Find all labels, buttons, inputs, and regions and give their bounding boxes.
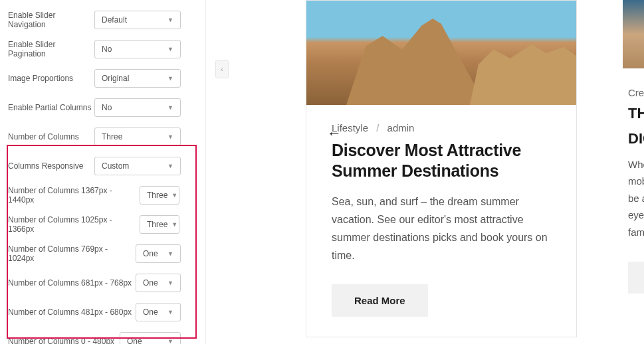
read-more-button[interactable] bbox=[628, 262, 644, 294]
select-cols-1025-1366[interactable]: Three ▼ bbox=[140, 215, 179, 234]
chevron-down-icon: ▼ bbox=[167, 133, 173, 140]
chevron-down-icon: ▼ bbox=[171, 192, 177, 199]
setting-row-cols-769-1024: Number of Columns 769px - 1024px One ▼ bbox=[8, 244, 197, 263]
meta-separator: / bbox=[376, 122, 379, 133]
post-card-1: Lifestyle / admin Discover Most Attracti… bbox=[306, 0, 577, 337]
setting-row-columns-responsive: Columns Responsive Custom ▼ bbox=[8, 157, 197, 175]
label-partial-columns: Enable Partial Columns bbox=[8, 103, 94, 112]
post-title[interactable]: Discover Most Attractive Summer Destinat… bbox=[332, 140, 551, 182]
read-more-button[interactable]: Read More bbox=[332, 284, 428, 317]
chevron-down-icon: ▼ bbox=[167, 17, 173, 23]
select-cols-1367-1440[interactable]: Three ▼ bbox=[140, 186, 179, 205]
post-category-link[interactable]: Crea bbox=[628, 87, 644, 98]
post-title-line: THE bbox=[628, 105, 644, 122]
select-partial-columns[interactable]: No ▼ bbox=[94, 98, 181, 117]
select-value: One bbox=[143, 249, 158, 258]
slider-prev-button[interactable]: ← bbox=[327, 125, 342, 142]
select-value: One bbox=[143, 278, 158, 288]
setting-row-slider-navigation: Enable Slider Navigation Default ▼ bbox=[8, 11, 197, 29]
setting-row-slider-pagination: Enable Slider Pagination No ▼ bbox=[8, 40, 197, 58]
post-excerpt-line: be a bbox=[628, 190, 644, 207]
chevron-down-icon: ▼ bbox=[167, 338, 173, 344]
select-value: One bbox=[143, 307, 158, 317]
chevron-down-icon: ▼ bbox=[171, 221, 177, 228]
select-image-proportions[interactable]: Original ▼ bbox=[94, 69, 181, 88]
label-cols-681-768: Number of Columns 681px - 768px bbox=[8, 278, 136, 288]
select-cols-769-1024[interactable]: One ▼ bbox=[136, 244, 181, 263]
select-value: Original bbox=[102, 74, 129, 83]
post-author-link[interactable]: admin bbox=[387, 122, 415, 133]
post-card-2-image bbox=[623, 0, 644, 68]
setting-row-cols-681-768: Number of Columns 681px - 768px One ▼ bbox=[8, 274, 197, 292]
post-excerpt-line: mob bbox=[628, 173, 644, 190]
setting-row-image-proportions: Image Proportions Original ▼ bbox=[8, 69, 197, 88]
chevron-down-icon: ▼ bbox=[167, 104, 173, 111]
select-value: One bbox=[127, 337, 142, 344]
select-value: Three bbox=[147, 220, 167, 229]
label-cols-769-1024: Number of Columns 769px - 1024px bbox=[8, 244, 136, 263]
select-value: No bbox=[102, 44, 112, 54]
chevron-left-icon: ‹ bbox=[221, 66, 223, 73]
label-cols-481-680: Number of Columns 481px - 680px bbox=[8, 307, 136, 317]
setting-row-cols-481-680: Number of Columns 481px - 680px One ▼ bbox=[8, 303, 197, 321]
select-value: Custom bbox=[102, 161, 129, 171]
setting-row-cols-1367-1440: Number of Columns 1367px - 1440px Three … bbox=[8, 186, 197, 205]
chevron-down-icon: ▼ bbox=[167, 280, 173, 286]
arrow-left-icon: ← bbox=[327, 125, 342, 141]
select-slider-pagination[interactable]: No ▼ bbox=[94, 40, 181, 58]
chevron-down-icon: ▼ bbox=[167, 163, 173, 169]
chevron-down-icon: ▼ bbox=[167, 46, 173, 52]
select-value: Three bbox=[147, 191, 167, 200]
preview-area: ← Lifestyle / admin Discover Most Attrac… bbox=[306, 0, 644, 344]
label-number-of-columns: Number of Columns bbox=[8, 132, 94, 141]
label-cols-1025-1366: Number of Columns 1025px - 1366px bbox=[8, 215, 140, 234]
post-card-1-image bbox=[306, 1, 576, 105]
setting-row-number-of-columns: Number of Columns Three ▼ bbox=[8, 128, 197, 146]
collapse-sidebar-button[interactable]: ‹ bbox=[215, 60, 229, 78]
settings-sidebar: Enable Slider Navigation Default ▼ Enabl… bbox=[0, 0, 206, 344]
select-value: Three bbox=[102, 132, 122, 141]
post-excerpt-line: fam bbox=[628, 224, 644, 241]
post-card-2-body: Crea THE DIG Whe mob be a eye fam bbox=[623, 68, 644, 294]
setting-row-cols-1025-1366: Number of Columns 1025px - 1366px Three … bbox=[8, 215, 197, 234]
post-excerpt: Sea, sun, and surf – the dream summer va… bbox=[332, 193, 551, 265]
post-card-2: Crea THE DIG Whe mob be a eye fam bbox=[623, 0, 644, 332]
post-excerpt-line: Whe bbox=[628, 156, 644, 173]
select-value: No bbox=[102, 103, 112, 112]
post-meta: Lifestyle / admin bbox=[332, 122, 551, 133]
label-slider-pagination: Enable Slider Pagination bbox=[8, 40, 94, 58]
setting-row-partial-columns: Enable Partial Columns No ▼ bbox=[8, 98, 197, 117]
rock-shape bbox=[346, 19, 486, 105]
post-title-line: DIG bbox=[628, 130, 644, 147]
select-value: Default bbox=[102, 15, 127, 25]
label-columns-responsive: Columns Responsive bbox=[8, 161, 94, 171]
select-number-of-columns[interactable]: Three ▼ bbox=[94, 128, 181, 146]
select-cols-0-480[interactable]: One ▼ bbox=[120, 332, 181, 344]
rock-shape bbox=[470, 42, 576, 105]
select-slider-navigation[interactable]: Default ▼ bbox=[94, 11, 181, 29]
label-cols-0-480: Number of Columns 0 - 480px bbox=[8, 337, 120, 344]
setting-row-cols-0-480: Number of Columns 0 - 480px One ▼ bbox=[8, 332, 197, 344]
select-cols-481-680[interactable]: One ▼ bbox=[136, 303, 181, 321]
post-card-1-body: Lifestyle / admin Discover Most Attracti… bbox=[306, 105, 576, 337]
label-slider-navigation: Enable Slider Navigation bbox=[8, 11, 94, 29]
chevron-down-icon: ▼ bbox=[167, 75, 173, 82]
select-columns-responsive[interactable]: Custom ▼ bbox=[94, 157, 181, 175]
label-image-proportions: Image Proportions bbox=[8, 74, 94, 83]
chevron-down-icon: ▼ bbox=[167, 250, 173, 257]
select-cols-681-768[interactable]: One ▼ bbox=[136, 274, 181, 292]
chevron-down-icon: ▼ bbox=[167, 309, 173, 315]
post-excerpt-line: eye bbox=[628, 207, 644, 224]
label-cols-1367-1440: Number of Columns 1367px - 1440px bbox=[8, 186, 140, 205]
